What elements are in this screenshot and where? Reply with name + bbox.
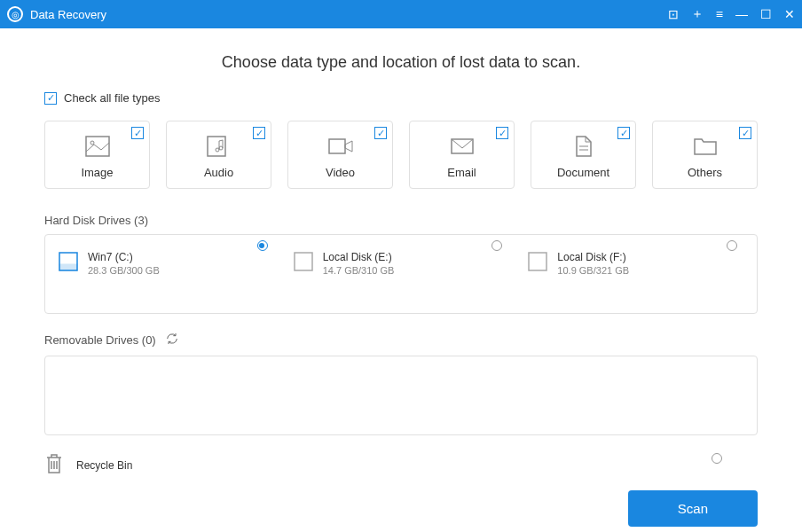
recycle-bin-label: Recycle Bin [76,459,132,472]
feedback-icon[interactable]: ⊡ [668,7,679,21]
drive-size: 10.9 GB/321 GB [557,265,629,276]
checkbox-icon [617,127,630,139]
svg-rect-12 [529,253,546,270]
refresh-icon[interactable] [165,332,179,348]
checkbox-icon [739,127,751,139]
email-icon [417,134,507,159]
scan-button[interactable]: Scan [628,490,758,527]
radio-icon [257,240,268,251]
folder-icon [660,134,750,159]
radio-icon [491,240,502,251]
drive-name: Local Disk (F:) [557,251,629,263]
checkbox-icon [496,127,508,139]
type-label: Video [295,166,385,179]
check-all-file-types[interactable]: Check all file types [44,91,758,105]
svg-rect-11 [295,253,312,270]
title-bar: ◎ Data Recovery ⊡ ＋ ≡ — ☐ ✕ [0,0,802,28]
radio-icon [712,453,722,464]
drive-name: Local Disk (E:) [323,251,395,263]
removable-drives-box [44,356,758,435]
checkbox-icon [131,127,144,139]
maximize-icon[interactable]: ☐ [760,7,772,21]
check-all-label: Check all file types [64,91,160,105]
type-card-email[interactable]: Email [409,121,515,189]
trash-icon [44,453,64,478]
drive-size: 28.3 GB/300 GB [88,265,160,276]
window-controls: ⊡ ＋ ≡ — ☐ ✕ [668,6,795,22]
drive-f[interactable]: Local Disk (F:) 10.9 GB/321 GB [527,251,744,297]
close-icon[interactable]: ✕ [784,7,795,21]
type-label: Image [52,166,142,179]
type-label: Audio [174,166,263,179]
radio-icon [727,240,737,251]
type-label: Document [539,166,628,179]
type-card-others[interactable]: Others [652,121,758,189]
audio-icon [174,134,263,159]
removable-section-label: Removable Drives (0) [44,332,758,348]
hard-disk-section-label: Hard Disk Drives (3) [44,214,758,227]
type-label: Others [660,166,750,179]
image-icon [52,134,142,159]
add-icon[interactable]: ＋ [691,6,704,22]
recycle-bin-option[interactable]: Recycle Bin [44,453,758,478]
app-logo-icon: ◎ [7,6,23,22]
hdd-icon [58,251,79,272]
type-card-document[interactable]: Document [531,121,636,189]
svg-rect-10 [59,264,77,270]
hdd-icon [293,251,314,272]
drive-c[interactable]: Win7 (C:) 28.3 GB/300 GB [58,251,275,297]
type-card-video[interactable]: Video [287,121,393,189]
checkbox-icon [253,127,265,139]
type-card-image[interactable]: Image [44,121,150,189]
svg-point-1 [90,141,94,145]
hard-disk-drives-box: Win7 (C:) 28.3 GB/300 GB Local Disk (E:)… [44,234,758,314]
drive-e[interactable]: Local Disk (E:) 14.7 GB/310 GB [293,251,510,297]
menu-icon[interactable]: ≡ [716,7,723,21]
type-card-audio[interactable]: Audio [166,121,271,189]
svg-point-3 [216,148,219,152]
type-label: Email [417,166,507,179]
document-icon [539,134,628,159]
drive-size: 14.7 GB/310 GB [323,265,395,276]
page-heading: Choose data type and location of lost da… [44,53,758,72]
checkbox-icon [374,127,387,139]
checkbox-icon [44,92,57,105]
hdd-icon [527,251,548,272]
drive-name: Win7 (C:) [88,251,160,263]
video-icon [295,134,385,159]
svg-point-4 [219,146,223,150]
main-content: Choose data type and location of lost da… [0,28,802,532]
file-type-grid: Image Audio Video Email Document Others [44,121,758,189]
app-title: Data Recovery [30,8,668,21]
svg-rect-5 [329,139,345,153]
minimize-icon[interactable]: — [735,7,748,21]
